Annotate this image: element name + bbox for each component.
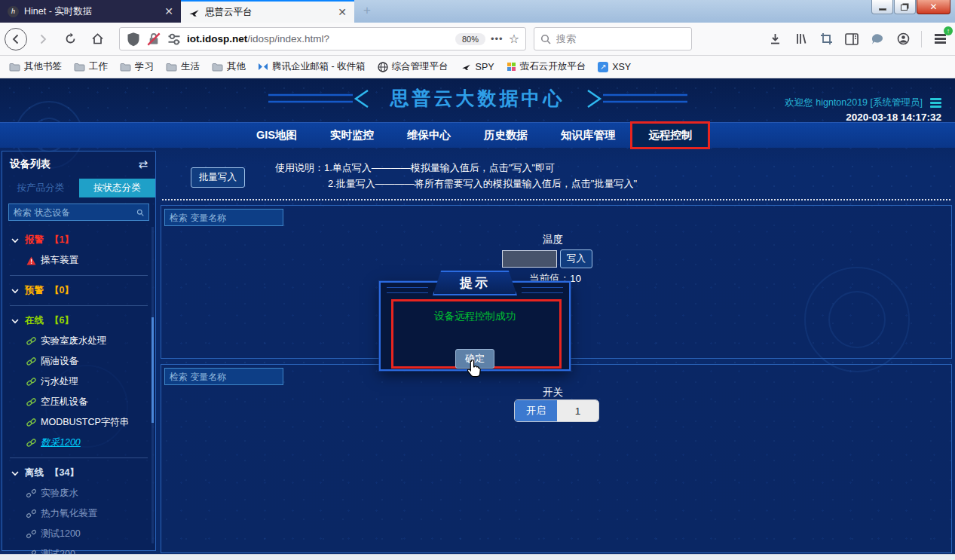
tree-item-device-selected[interactable]: 数采1200 <box>2 433 155 453</box>
link-icon <box>26 377 36 387</box>
plane-icon <box>461 62 472 72</box>
restore-button[interactable] <box>894 0 916 14</box>
sidebar-scrollbar[interactable] <box>152 227 154 543</box>
bookmark-spy[interactable]: SPY <box>456 60 499 75</box>
nav-tab-history[interactable]: 历史数据 <box>467 123 544 148</box>
window-titlebar: h Hinet - 实时数据 ✕ 思普云平台 ✕ + ✕ <box>0 0 955 23</box>
tree-item-device[interactable]: 测试200 <box>2 544 155 554</box>
title-deco-right-icon <box>574 88 687 109</box>
divider <box>10 457 148 458</box>
folder-icon <box>166 63 177 72</box>
reload-button[interactable] <box>59 28 81 50</box>
variable-search-box[interactable] <box>164 368 283 385</box>
broken-link-icon <box>26 488 36 498</box>
nav-tab-remote-control[interactable]: 远程控制 <box>632 123 709 148</box>
sidebar-title: 设备列表 <box>10 158 51 171</box>
tree-item-device[interactable]: 隔油设备 <box>2 351 155 372</box>
switch-control[interactable]: 开启 1 <box>514 399 599 422</box>
bookmark-ezviz[interactable]: 萤石云开放平台 <box>502 58 591 75</box>
permissions-icon[interactable] <box>167 32 182 47</box>
nav-tab-maintenance[interactable]: 维保中心 <box>390 123 467 148</box>
sidebar-tab-by-status[interactable]: 按状态分类 <box>79 179 156 197</box>
tab-close-icon[interactable]: ✕ <box>164 5 173 17</box>
window-close-button[interactable]: ✕ <box>917 0 950 14</box>
globe-icon <box>378 62 388 72</box>
tab-close-icon[interactable]: ✕ <box>338 6 347 18</box>
switch-on-button[interactable]: 开启 <box>515 400 557 421</box>
modal-message: 设备远程控制成功 <box>381 310 569 323</box>
tree-group-warning[interactable]: 预警【0】 <box>2 280 155 301</box>
bookmark-folder[interactable]: 其他 <box>207 58 250 75</box>
forward-button[interactable] <box>32 28 54 50</box>
link-icon <box>26 438 36 448</box>
alarm-warning-icon <box>26 256 36 265</box>
tree-item-device[interactable]: 测试1200 <box>2 524 155 544</box>
tree-group-offline[interactable]: 离线【34】 <box>2 463 155 483</box>
menu-icon[interactable]: ↑ <box>932 32 947 47</box>
address-bar[interactable]: iot.idosp.net/idosp/index.html? 80% ••• … <box>119 27 526 50</box>
device-search-input[interactable] <box>14 207 136 218</box>
zoom-level-badge[interactable]: 80% <box>455 33 485 45</box>
bookmark-star-icon[interactable]: ☆ <box>509 32 519 46</box>
bookmark-xsy[interactable]: ↗XSY <box>593 60 635 75</box>
wechat-messenger-icon[interactable] <box>870 32 885 47</box>
sidebar-tab-by-product[interactable]: 按产品分类 <box>2 179 79 197</box>
account-icon[interactable] <box>895 32 911 47</box>
tree-item-device[interactable]: 实验室废水处理 <box>2 331 155 351</box>
tree-item-device[interactable]: 热力氧化装置 <box>2 503 155 524</box>
link-icon <box>26 418 36 427</box>
home-button[interactable] <box>86 28 109 50</box>
browser-tab-hinet[interactable]: h Hinet - 实时数据 ✕ <box>0 0 181 23</box>
browser-tab-sipuyun[interactable]: 思普云平台 ✕ <box>181 0 354 23</box>
device-tree: 报警【1】 操车装置 预警【0】 在线【6】 实验室废水处理 <box>2 230 155 554</box>
tree-item-device[interactable]: 操车装置 <box>2 250 155 271</box>
variable-search-input[interactable] <box>170 213 286 223</box>
back-button[interactable] <box>5 28 27 50</box>
write-button[interactable]: 写入 <box>560 249 592 268</box>
bookmark-folder[interactable]: 学习 <box>115 58 158 75</box>
bookmarks-bar: 其他书签 工作 学习 生活 其他 腾讯企业邮箱 - 收件箱 综合管理平台 SPY… <box>0 56 955 78</box>
bookmark-folder[interactable]: 工作 <box>69 58 112 75</box>
batch-write-button[interactable]: 批量写入 <box>191 167 245 188</box>
screenshot-crop-icon[interactable] <box>819 32 834 47</box>
insecure-lock-icon[interactable] <box>146 32 161 47</box>
link-icon <box>26 357 36 366</box>
link-icon <box>26 397 36 407</box>
minimize-button[interactable] <box>871 0 893 14</box>
bookmark-mgmt-platform[interactable]: 综合管理平台 <box>373 58 453 75</box>
sidebars-icon[interactable] <box>844 32 859 47</box>
url-text[interactable]: iot.idosp.net/idosp/index.html? <box>187 33 450 44</box>
variable-search-input[interactable] <box>170 372 286 382</box>
search-bar[interactable] <box>534 27 692 50</box>
bookmark-folder[interactable]: 生活 <box>161 58 204 75</box>
divider <box>10 275 148 276</box>
datetime: 2020-03-18 14:17:32 <box>846 112 941 123</box>
bookmark-tencent-mail[interactable]: 腾讯企业邮箱 - 收件箱 <box>253 58 370 75</box>
tree-item-device[interactable]: 空压机设备 <box>2 392 155 412</box>
horizontal-scrollbar[interactable] <box>0 554 955 560</box>
xsy-icon: ↗ <box>598 62 608 72</box>
nav-tab-gis[interactable]: GIS地图 <box>240 123 314 148</box>
tracking-shield-icon[interactable] <box>126 32 141 47</box>
device-search-box[interactable] <box>8 203 149 221</box>
tree-group-online[interactable]: 在线【6】 <box>2 311 155 331</box>
new-tab-button[interactable]: + <box>363 3 371 18</box>
tree-item-device[interactable]: MODBUSTCP字符串 <box>2 412 155 433</box>
nav-tab-knowledge[interactable]: 知识库管理 <box>544 123 632 148</box>
search-icon <box>136 209 144 216</box>
nav-tab-realtime[interactable]: 实时监控 <box>314 123 390 148</box>
library-icon[interactable] <box>793 32 808 47</box>
broken-link-icon <box>26 509 36 519</box>
browser-search-input[interactable] <box>556 33 669 44</box>
bookmark-folder[interactable]: 其他书签 <box>5 58 66 75</box>
page-menu-icon[interactable] <box>930 102 941 104</box>
temperature-value-input[interactable] <box>502 250 557 268</box>
switch-variables-panel: 开关 开启 1 <box>161 364 952 553</box>
page-actions-icon[interactable]: ••• <box>491 33 504 44</box>
tree-group-alarm[interactable]: 报警【1】 <box>2 230 155 250</box>
tree-item-device[interactable]: 实验废水 <box>2 483 155 503</box>
downloads-icon[interactable] <box>767 32 782 47</box>
variable-search-box[interactable] <box>164 209 283 226</box>
tree-item-device[interactable]: 污水处理 <box>2 372 155 392</box>
swap-columns-icon[interactable]: ⇄ <box>138 158 148 171</box>
